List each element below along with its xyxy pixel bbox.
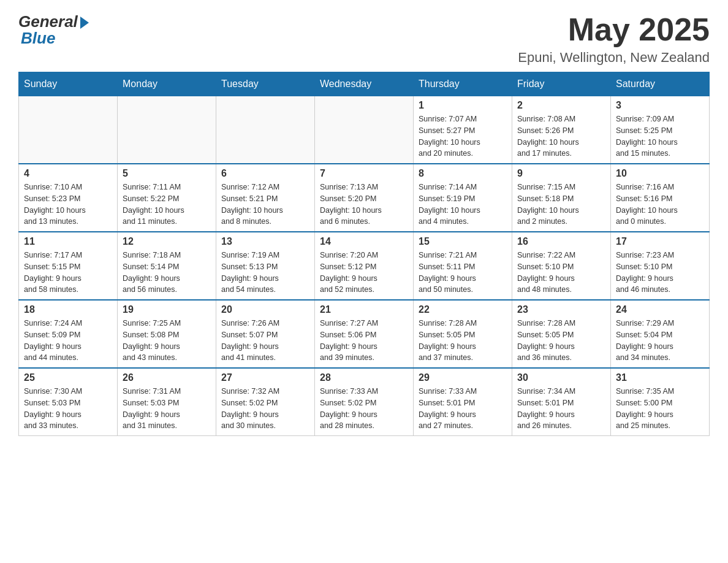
table-row: 2Sunrise: 7:08 AM Sunset: 5:26 PM Daylig…	[512, 96, 611, 164]
col-thursday: Thursday	[414, 72, 512, 96]
day-info: Sunrise: 7:31 AM Sunset: 5:03 PM Dayligh…	[123, 386, 211, 432]
day-number: 5	[123, 168, 211, 179]
day-number: 29	[419, 372, 507, 383]
col-sunday: Sunday	[19, 72, 118, 96]
logo-arrow-icon	[80, 17, 89, 29]
day-number: 14	[320, 236, 408, 247]
calendar-week-row: 18Sunrise: 7:24 AM Sunset: 5:09 PM Dayli…	[19, 300, 710, 368]
col-monday: Monday	[118, 72, 216, 96]
day-number: 31	[616, 372, 704, 383]
day-number: 27	[221, 372, 309, 383]
day-info: Sunrise: 7:35 AM Sunset: 5:00 PM Dayligh…	[616, 386, 704, 432]
table-row: 18Sunrise: 7:24 AM Sunset: 5:09 PM Dayli…	[19, 300, 118, 368]
table-row: 27Sunrise: 7:32 AM Sunset: 5:02 PM Dayli…	[216, 368, 315, 436]
table-row: 15Sunrise: 7:21 AM Sunset: 5:11 PM Dayli…	[414, 232, 512, 300]
day-info: Sunrise: 7:11 AM Sunset: 5:22 PM Dayligh…	[123, 182, 211, 228]
day-info: Sunrise: 7:28 AM Sunset: 5:05 PM Dayligh…	[419, 318, 507, 364]
table-row: 17Sunrise: 7:23 AM Sunset: 5:10 PM Dayli…	[611, 232, 710, 300]
table-row: 29Sunrise: 7:33 AM Sunset: 5:01 PM Dayli…	[414, 368, 512, 436]
day-number: 25	[24, 372, 112, 383]
day-number: 6	[221, 168, 309, 179]
day-info: Sunrise: 7:14 AM Sunset: 5:19 PM Dayligh…	[419, 182, 507, 228]
day-number: 12	[123, 236, 211, 247]
day-info: Sunrise: 7:30 AM Sunset: 5:03 PM Dayligh…	[24, 386, 112, 432]
day-info: Sunrise: 7:09 AM Sunset: 5:25 PM Dayligh…	[616, 113, 704, 159]
col-wednesday: Wednesday	[315, 72, 414, 96]
day-info: Sunrise: 7:33 AM Sunset: 5:02 PM Dayligh…	[320, 386, 408, 432]
table-row: 25Sunrise: 7:30 AM Sunset: 5:03 PM Dayli…	[19, 368, 118, 436]
table-row: 20Sunrise: 7:26 AM Sunset: 5:07 PM Dayli…	[216, 300, 315, 368]
day-number: 16	[517, 236, 605, 247]
table-row: 10Sunrise: 7:16 AM Sunset: 5:16 PM Dayli…	[611, 164, 710, 232]
calendar-week-row: 1Sunrise: 7:07 AM Sunset: 5:27 PM Daylig…	[19, 96, 710, 164]
day-number: 8	[419, 168, 507, 179]
table-row: 13Sunrise: 7:19 AM Sunset: 5:13 PM Dayli…	[216, 232, 315, 300]
table-row: 3Sunrise: 7:09 AM Sunset: 5:25 PM Daylig…	[611, 96, 710, 164]
table-row: 23Sunrise: 7:28 AM Sunset: 5:05 PM Dayli…	[512, 300, 611, 368]
day-number: 24	[616, 304, 704, 315]
day-info: Sunrise: 7:27 AM Sunset: 5:06 PM Dayligh…	[320, 318, 408, 364]
day-number: 7	[320, 168, 408, 179]
table-row	[19, 96, 118, 164]
day-info: Sunrise: 7:24 AM Sunset: 5:09 PM Dayligh…	[24, 318, 112, 364]
day-info: Sunrise: 7:08 AM Sunset: 5:26 PM Dayligh…	[517, 113, 605, 159]
table-row: 6Sunrise: 7:12 AM Sunset: 5:21 PM Daylig…	[216, 164, 315, 232]
table-row: 30Sunrise: 7:34 AM Sunset: 5:01 PM Dayli…	[512, 368, 611, 436]
day-info: Sunrise: 7:20 AM Sunset: 5:12 PM Dayligh…	[320, 250, 408, 296]
day-info: Sunrise: 7:34 AM Sunset: 5:01 PM Dayligh…	[517, 386, 605, 432]
day-info: Sunrise: 7:28 AM Sunset: 5:05 PM Dayligh…	[517, 318, 605, 364]
day-number: 2	[517, 100, 605, 111]
table-row: 1Sunrise: 7:07 AM Sunset: 5:27 PM Daylig…	[414, 96, 512, 164]
month-year-title: May 2025	[518, 12, 710, 47]
day-info: Sunrise: 7:23 AM Sunset: 5:10 PM Dayligh…	[616, 250, 704, 296]
day-info: Sunrise: 7:18 AM Sunset: 5:14 PM Dayligh…	[123, 250, 211, 296]
day-number: 19	[123, 304, 211, 315]
day-info: Sunrise: 7:15 AM Sunset: 5:18 PM Dayligh…	[517, 182, 605, 228]
table-row: 24Sunrise: 7:29 AM Sunset: 5:04 PM Dayli…	[611, 300, 710, 368]
calendar-header-row: Sunday Monday Tuesday Wednesday Thursday…	[19, 72, 710, 96]
day-number: 22	[419, 304, 507, 315]
day-info: Sunrise: 7:25 AM Sunset: 5:08 PM Dayligh…	[123, 318, 211, 364]
day-number: 9	[517, 168, 605, 179]
day-number: 13	[221, 236, 309, 247]
location-subtitle: Epuni, Wellington, New Zealand	[518, 50, 710, 66]
day-number: 10	[616, 168, 704, 179]
day-number: 23	[517, 304, 605, 315]
table-row: 16Sunrise: 7:22 AM Sunset: 5:10 PM Dayli…	[512, 232, 611, 300]
table-row: 31Sunrise: 7:35 AM Sunset: 5:00 PM Dayli…	[611, 368, 710, 436]
table-row: 9Sunrise: 7:15 AM Sunset: 5:18 PM Daylig…	[512, 164, 611, 232]
day-number: 15	[419, 236, 507, 247]
day-number: 3	[616, 100, 704, 111]
table-row	[118, 96, 216, 164]
day-info: Sunrise: 7:19 AM Sunset: 5:13 PM Dayligh…	[221, 250, 309, 296]
table-row: 28Sunrise: 7:33 AM Sunset: 5:02 PM Dayli…	[315, 368, 414, 436]
day-info: Sunrise: 7:22 AM Sunset: 5:10 PM Dayligh…	[517, 250, 605, 296]
calendar-week-row: 11Sunrise: 7:17 AM Sunset: 5:15 PM Dayli…	[19, 232, 710, 300]
table-row: 7Sunrise: 7:13 AM Sunset: 5:20 PM Daylig…	[315, 164, 414, 232]
table-row: 26Sunrise: 7:31 AM Sunset: 5:03 PM Dayli…	[118, 368, 216, 436]
day-number: 11	[24, 236, 112, 247]
day-info: Sunrise: 7:17 AM Sunset: 5:15 PM Dayligh…	[24, 250, 112, 296]
calendar-week-row: 4Sunrise: 7:10 AM Sunset: 5:23 PM Daylig…	[19, 164, 710, 232]
day-number: 20	[221, 304, 309, 315]
day-number: 17	[616, 236, 704, 247]
table-row	[216, 96, 315, 164]
table-row: 22Sunrise: 7:28 AM Sunset: 5:05 PM Dayli…	[414, 300, 512, 368]
table-row: 21Sunrise: 7:27 AM Sunset: 5:06 PM Dayli…	[315, 300, 414, 368]
col-saturday: Saturday	[611, 72, 710, 96]
day-info: Sunrise: 7:33 AM Sunset: 5:01 PM Dayligh…	[419, 386, 507, 432]
table-row: 12Sunrise: 7:18 AM Sunset: 5:14 PM Dayli…	[118, 232, 216, 300]
day-info: Sunrise: 7:12 AM Sunset: 5:21 PM Dayligh…	[221, 182, 309, 228]
table-row: 8Sunrise: 7:14 AM Sunset: 5:19 PM Daylig…	[414, 164, 512, 232]
table-row	[315, 96, 414, 164]
title-block: May 2025 Epuni, Wellington, New Zealand	[518, 12, 710, 66]
table-row: 4Sunrise: 7:10 AM Sunset: 5:23 PM Daylig…	[19, 164, 118, 232]
table-row: 19Sunrise: 7:25 AM Sunset: 5:08 PM Dayli…	[118, 300, 216, 368]
day-info: Sunrise: 7:13 AM Sunset: 5:20 PM Dayligh…	[320, 182, 408, 228]
table-row: 5Sunrise: 7:11 AM Sunset: 5:22 PM Daylig…	[118, 164, 216, 232]
day-info: Sunrise: 7:29 AM Sunset: 5:04 PM Dayligh…	[616, 318, 704, 364]
table-row: 14Sunrise: 7:20 AM Sunset: 5:12 PM Dayli…	[315, 232, 414, 300]
col-friday: Friday	[512, 72, 611, 96]
calendar-table: Sunday Monday Tuesday Wednesday Thursday…	[18, 72, 710, 436]
calendar-week-row: 25Sunrise: 7:30 AM Sunset: 5:03 PM Dayli…	[19, 368, 710, 436]
